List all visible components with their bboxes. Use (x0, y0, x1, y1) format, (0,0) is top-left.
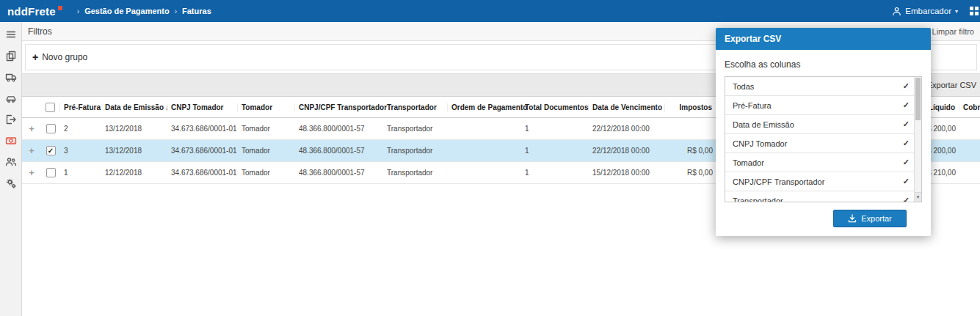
app-window: nddFrete › Gestão de Pagamento › Faturas… (0, 0, 980, 316)
check-icon: ✓ (903, 196, 910, 202)
cell-pre-fatura: 3 (60, 147, 101, 155)
header-cobranca[interactable]: Cobrança (959, 103, 980, 111)
header-pre-fatura[interactable]: Pré-Fatura (60, 103, 101, 111)
cell-cnpj-tomador: 34.673.686/0001-01 (167, 125, 238, 133)
cell-cnpj-tomador: 34.673.686/0001-01 (167, 169, 238, 177)
header-data-vencimento[interactable]: Data de Vencimento (589, 103, 665, 111)
cell-tomador: Tomador (238, 169, 295, 177)
check-icon: ✓ (903, 120, 910, 129)
cell-total-documentos: 1 (521, 169, 589, 177)
check-icon: ✓ (903, 81, 910, 91)
row-expand-button[interactable]: + (29, 124, 35, 133)
cell-transportador: Transportador (383, 125, 448, 133)
breadcrumb-item-faturas[interactable]: Faturas (182, 7, 211, 15)
export-button-label: Exportar (861, 214, 892, 223)
check-icon: ✓ (903, 158, 910, 167)
menu-icon[interactable] (3, 27, 19, 42)
plus-icon: + (32, 51, 38, 63)
cell-total-documentos: 1 (521, 147, 589, 155)
column-option-todas[interactable]: Todas ✓ (725, 77, 921, 96)
scroll-down-button[interactable]: ▾ (915, 192, 921, 202)
select-all-checkbox[interactable] (41, 103, 60, 112)
topbar: nddFrete › Gestão de Pagamento › Faturas… (0, 0, 980, 22)
download-icon (848, 214, 857, 223)
cell-cnpj-cpf-transportador: 48.366.800/0001-57 (295, 125, 383, 133)
new-group-label: Novo grupo (42, 52, 87, 62)
cell-cnpj-tomador: 34.673.686/0001-01 (167, 147, 238, 155)
users-icon[interactable] (3, 155, 19, 169)
user-menu-label: Embarcador (905, 7, 951, 15)
cell-tomador: Tomador (238, 125, 295, 133)
chevron-right-icon: › (77, 7, 79, 15)
cell-cnpj-cpf-transportador: 48.366.800/0001-57 (295, 147, 383, 155)
header-ordem-pagamento[interactable]: Ordem de Pagamento (448, 103, 521, 111)
cell-pre-fatura: 1 (60, 169, 101, 177)
cell-transportador: Transportador (383, 169, 448, 177)
person-icon (892, 7, 901, 16)
cell-impostos: R$ 0,00 (665, 147, 716, 155)
row-checkbox[interactable]: ✓ (46, 124, 56, 133)
modal-title: Exportar CSV (716, 28, 931, 50)
cell-impostos: R$ 0,00 (665, 169, 716, 177)
signout-icon[interactable] (3, 112, 19, 127)
payments-icon[interactable] (3, 133, 19, 148)
cell-tomador: Tomador (238, 147, 295, 155)
header-cnpj-cpf-transportador[interactable]: CNPJ/CPF Transportador (295, 103, 383, 111)
row-checkbox[interactable]: ✓ (46, 168, 56, 177)
column-option-data-emissao[interactable]: Data de Emissão ✓ (725, 115, 921, 134)
cell-data-vencimento: 22/12/2018 00:00 (589, 125, 665, 133)
car-icon[interactable] (3, 91, 19, 106)
cell-cnpj-cpf-transportador: 48.366.800/0001-57 (295, 169, 383, 177)
header-total-documentos[interactable]: Total Documentos (521, 103, 589, 111)
export-csv-modal: Exportar CSV Escolha as colunas Todas ✓ … (716, 28, 931, 236)
header-transportador[interactable]: Transportador (383, 103, 448, 111)
column-option-cnpj-tomador[interactable]: CNPJ Tomador ✓ (725, 134, 921, 153)
filters-title: Filtros (28, 26, 52, 37)
header-data-emissao[interactable]: Data de Emissão↓ (101, 103, 167, 111)
column-option-transportador[interactable]: Transportador ✓ (725, 191, 921, 202)
cell-data-emissao: 13/12/2018 (101, 147, 167, 155)
truck-icon[interactable] (3, 70, 19, 84)
new-group-button[interactable]: + Novo grupo (32, 51, 87, 63)
column-option-cnpj-cpf-transportador[interactable]: CNPJ/CPF Transportador ✓ (725, 172, 921, 191)
cell-data-emissao: 12/12/2018 (101, 169, 167, 177)
clear-filter-label: Limpar filtro (932, 27, 974, 36)
logo-mark-icon (58, 6, 62, 10)
column-option-tomador[interactable]: Tomador ✓ (725, 153, 921, 172)
cell-pre-fatura: 2 (60, 125, 101, 133)
header-cnpj-tomador[interactable]: CNPJ Tomador (167, 103, 238, 111)
cell-data-vencimento: 22/12/2018 00:00 (589, 147, 665, 155)
topbar-right: Embarcador ▾ (885, 0, 980, 22)
check-icon: ✓ (903, 177, 910, 186)
cell-transportador: Transportador (383, 147, 448, 155)
export-button[interactable]: Exportar (833, 210, 907, 227)
gears-icon[interactable] (3, 176, 19, 191)
modal-subtitle: Escolha as colunas (716, 50, 931, 76)
cell-data-vencimento: 15/12/2018 00:00 (589, 169, 665, 177)
logo-text: nddFrete (7, 5, 56, 18)
row-checkbox-checked[interactable]: ✓ (46, 146, 56, 155)
export-csv-label: Exportar CSV (927, 81, 976, 89)
app-logo: nddFrete (7, 5, 62, 18)
breadcrumb-item-gestao-pagamento[interactable]: Gestão de Pagamento (84, 7, 170, 15)
cell-total-documentos: 1 (521, 125, 589, 133)
header-impostos[interactable]: Impostos (665, 103, 716, 111)
check-icon: ✓ (903, 139, 910, 148)
scrollbar-thumb[interactable] (915, 78, 921, 120)
row-expand-button[interactable]: + (29, 168, 35, 177)
chevron-right-icon: › (175, 7, 177, 15)
sidebar (0, 22, 22, 316)
row-expand-button[interactable]: + (29, 146, 35, 155)
chevron-down-icon: ▾ (955, 8, 958, 15)
breadcrumb: › Gestão de Pagamento › Faturas (77, 7, 211, 15)
columns-listbox: Todas ✓ Pré-Fatura ✓ Data de Emissão ✓ C… (725, 76, 922, 202)
header-tomador[interactable]: Tomador (238, 103, 295, 111)
check-icon: ✓ (903, 100, 910, 110)
copy-icon[interactable] (3, 48, 19, 63)
user-menu-dropdown[interactable]: Embarcador ▾ (885, 7, 965, 16)
cell-data-emissao: 13/12/2018 (101, 125, 167, 133)
list-scrollbar[interactable]: ▾ (914, 77, 921, 202)
column-option-pre-fatura[interactable]: Pré-Fatura ✓ (725, 96, 921, 115)
modal-footer: Exportar (716, 202, 931, 236)
apps-icon[interactable] (965, 0, 980, 22)
